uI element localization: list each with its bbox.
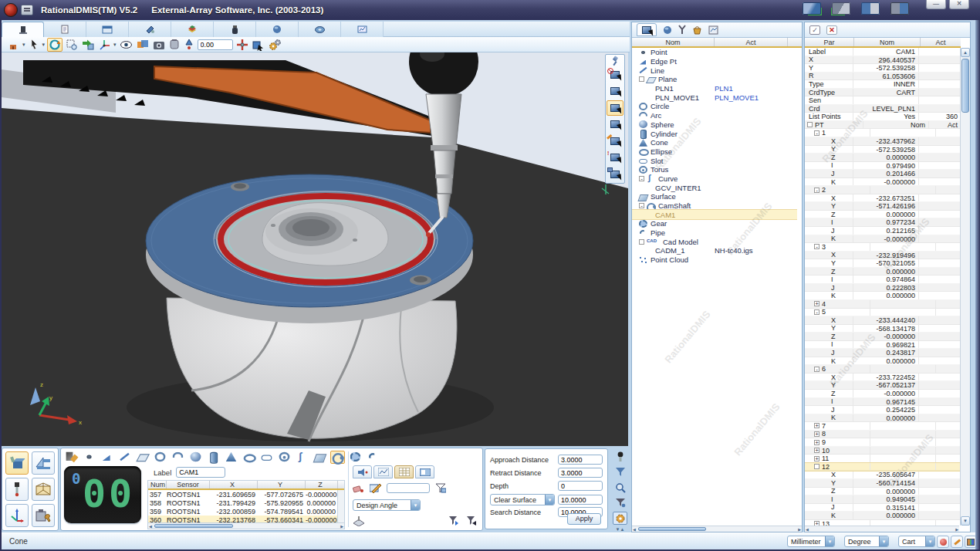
move-probe-button[interactable] [235, 38, 249, 52]
point-row[interactable]: 357 ROOTSN1 -231.609659 -577.072675 -0.0… [148, 490, 344, 499]
probe-mode-multi-button[interactable] [607, 167, 623, 182]
edge-point-button[interactable] [100, 451, 114, 464]
sensor-button[interactable] [613, 465, 627, 478]
render-mode-button[interactable] [136, 38, 150, 52]
tree-item[interactable]: Cylinder [632, 129, 797, 138]
length-unit-select[interactable]: Millimeter ▼ [787, 536, 835, 547]
tab-sphere[interactable] [256, 22, 299, 37]
tree-expander[interactable] [639, 239, 644, 245]
property-row[interactable]: Z 0.000000 [805, 268, 961, 276]
point-expander[interactable]: + [814, 448, 819, 453]
property-row[interactable]: J 0.254225 [805, 406, 961, 414]
depth-input[interactable] [558, 481, 603, 491]
tree-tab-features[interactable] [637, 23, 657, 36]
scroll-right-icon[interactable]: ▶ [798, 527, 801, 532]
property-row[interactable]: X -232.673251 [805, 194, 961, 203]
property-row[interactable]: Y -571.426196 [805, 202, 961, 211]
property-row[interactable]: + 8 [805, 431, 961, 439]
tree-item[interactable]: Cone [632, 138, 797, 147]
props-col-act[interactable]: Act [921, 38, 961, 46]
settings-gears-button[interactable] [268, 38, 282, 52]
slot-button[interactable] [259, 451, 274, 464]
property-row[interactable]: Y -570.321055 [805, 259, 961, 268]
property-row[interactable]: I 0.979490 [805, 162, 961, 171]
property-row[interactable]: + 7 [805, 422, 961, 431]
property-row[interactable]: Crd LEVEL_PLN1 [805, 105, 961, 113]
tree-item[interactable]: Pipe [632, 228, 797, 238]
property-row[interactable]: Z 0.000000 [805, 211, 961, 219]
property-row[interactable]: - 6 [805, 365, 961, 374]
props-col-par[interactable]: Par [805, 38, 854, 46]
property-row[interactable]: X 296.440537 [805, 56, 961, 65]
tab-point-list[interactable] [394, 465, 414, 478]
property-row[interactable]: X -232.919496 [805, 252, 961, 260]
machine-tools-icon[interactable] [832, 2, 850, 15]
scroll-thumb[interactable] [638, 527, 706, 531]
tree-item[interactable]: Cad Model [632, 237, 797, 246]
tab-graph[interactable] [373, 465, 393, 478]
point-expander[interactable]: + [814, 423, 819, 428]
curve-button[interactable] [295, 451, 309, 464]
col-num[interactable]: Num [148, 481, 167, 488]
menu-icon[interactable] [21, 5, 33, 15]
scroll-left-icon[interactable]: ◀ [633, 527, 636, 532]
clear-surface-select[interactable]: Clear Surface ▼ [490, 494, 555, 505]
angle-unit-select[interactable]: Degree ▼ [844, 536, 889, 547]
probe-config-button[interactable] [5, 478, 29, 501]
points-hscrollbar[interactable]: ◀▶ [148, 522, 344, 529]
probe-mode-active-button[interactable] [607, 100, 623, 117]
machine-axis-button[interactable] [97, 38, 111, 52]
filter-window-icon[interactable] [435, 483, 446, 493]
point-button[interactable] [82, 451, 96, 464]
props-col-nom[interactable]: Nom [854, 38, 921, 46]
property-row[interactable]: I 0.969821 [805, 341, 961, 350]
select-cursor-button[interactable] [28, 38, 40, 52]
view-eye-button[interactable] [119, 38, 133, 52]
home-view-button[interactable] [6, 38, 20, 52]
point-expander[interactable] [807, 122, 813, 127]
tree-item[interactable]: Point [632, 48, 797, 57]
dropdown-icon[interactable]: ▼ [879, 536, 888, 546]
probe-link-icon[interactable] [803, 2, 821, 15]
tab-machine[interactable] [2, 22, 44, 37]
home-dropdown-caret[interactable]: ▾ [22, 38, 25, 52]
point-expander[interactable]: + [814, 440, 819, 445]
property-row[interactable]: + 9 [805, 438, 961, 447]
property-row[interactable]: PT Nom Act [805, 121, 961, 130]
device-connect-icon[interactable] [890, 2, 909, 15]
property-row[interactable]: R 61.053606 [805, 73, 961, 81]
emergency-stop-button[interactable] [937, 536, 949, 548]
property-row[interactable]: Z -0.000000 [805, 390, 961, 398]
camshaft-button[interactable] [330, 451, 345, 464]
confirm-checkbox-icon[interactable]: ✓ [809, 25, 820, 35]
col-x[interactable]: X [210, 481, 258, 488]
tree-hscrollbar[interactable]: ◀▶ [632, 526, 802, 532]
import-model-button[interactable] [81, 38, 95, 52]
pipe-button[interactable] [366, 451, 380, 464]
col-z[interactable]: Z [306, 481, 338, 488]
point-row[interactable]: 359 ROOTSN1 -232.000859 -574.789541 0.00… [148, 507, 344, 516]
line-button[interactable] [117, 451, 132, 464]
tree-item[interactable]: Gear [632, 219, 797, 228]
approach-distance-input[interactable] [558, 455, 603, 465]
property-row[interactable]: + 11 [805, 455, 961, 463]
viewport-3d[interactable]: x y z [2, 52, 628, 446]
probe-head-button[interactable] [613, 450, 627, 463]
pin-icon[interactable] [611, 56, 619, 66]
property-row[interactable]: K 0.000000 [805, 292, 961, 300]
edit-table-icon[interactable] [370, 484, 381, 493]
property-row[interactable]: 12 [805, 463, 961, 472]
property-row[interactable]: J 0.243817 [805, 349, 961, 357]
point-expander[interactable] [814, 464, 819, 469]
tree-item[interactable]: - Curve [632, 174, 797, 184]
surface-button[interactable] [313, 451, 327, 464]
scroll-left-icon[interactable]: ◀ [149, 524, 152, 529]
cylinder-button[interactable] [206, 451, 221, 464]
property-row[interactable]: X -235.605647 [805, 471, 961, 479]
point-expander[interactable]: - [814, 188, 819, 193]
property-row[interactable]: + 10 [805, 447, 961, 455]
property-row[interactable]: CrdType CART [805, 89, 961, 97]
retract-distance-input[interactable] [558, 468, 603, 478]
tree-item[interactable]: PLN_MOVE1 PLN_MOVE1 [632, 93, 797, 102]
property-row[interactable]: Label CAM1 [805, 48, 961, 56]
